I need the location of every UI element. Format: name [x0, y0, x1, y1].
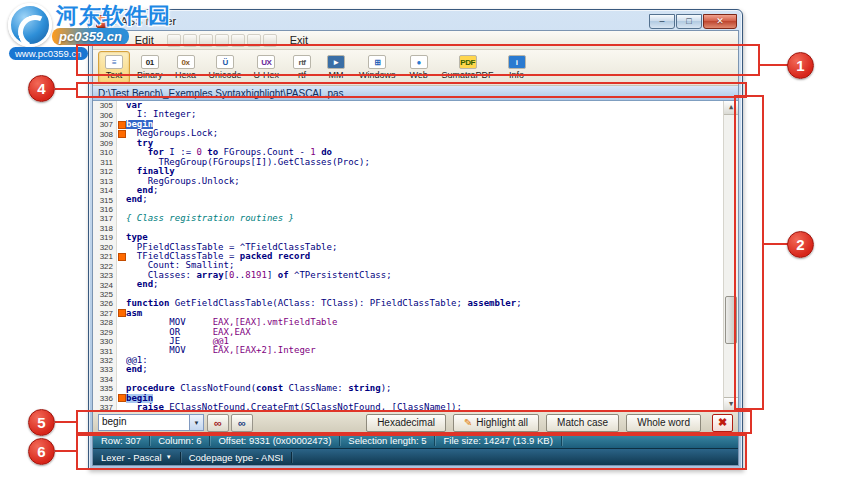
- line-marker-slot: [117, 365, 126, 374]
- line-number: 310: [93, 148, 117, 157]
- line-number: 320: [93, 243, 117, 252]
- code-text: MOV EAX,[EAX].vmtFieldTable: [126, 318, 723, 327]
- line-number: 311: [93, 158, 117, 167]
- annotation-circle-4: 4: [28, 75, 55, 102]
- code-line: 335procedure ClassNotFound(const ClassNa…: [93, 384, 723, 393]
- code-line: 323 Classes: array[0..8191] of ^TPersist…: [93, 271, 723, 280]
- line-number: 332: [93, 356, 117, 365]
- code-line: 326function GetFieldClassTable(AClass: T…: [93, 299, 723, 308]
- line-marker-slot: [117, 101, 126, 110]
- annotation-rect-pathbar: [76, 82, 747, 98]
- code-line: 318: [93, 224, 723, 233]
- code-text: procedure ClassNotFound(const ClassName:…: [126, 384, 723, 393]
- annotation-line-6: [55, 450, 76, 452]
- code-line: 310 for I := 0 to FGroups.Count - 1 do: [93, 148, 723, 157]
- line-number: 307: [93, 120, 117, 129]
- app-icon: [96, 15, 109, 28]
- code-line: 336begin: [93, 394, 723, 403]
- code-text: type: [126, 233, 723, 242]
- code-line: 317{ Class registration routines }: [93, 214, 723, 223]
- annotation-rect-statusbar: [76, 434, 747, 470]
- code-line: 309 try: [93, 139, 723, 148]
- line-number: 335: [93, 384, 117, 393]
- line-marker-slot: [117, 356, 126, 365]
- code-line: 321 TFieldClassTable = packed record: [93, 252, 723, 261]
- line-marker-slot: [117, 158, 126, 167]
- line-marker-slot: [117, 299, 126, 308]
- line-number: 316: [93, 205, 117, 214]
- line-number: 309: [93, 139, 117, 148]
- code-text: Classes: array[0..8191] of ^TPersistentC…: [126, 271, 723, 280]
- code-line: 328 MOV EAX,[EAX].vmtFieldTable: [93, 318, 723, 327]
- window-title: PASS Maker: [114, 15, 649, 27]
- code-text: { Class registration routines }: [126, 214, 723, 223]
- code-line: 325: [93, 290, 723, 299]
- code-line: 316: [93, 205, 723, 214]
- line-marker-slot: [117, 139, 126, 148]
- code-text: end;: [126, 186, 723, 195]
- code-text: begin: [126, 394, 723, 403]
- line-number: 330: [93, 337, 117, 346]
- code-line: 330 JE @@1: [93, 337, 723, 346]
- code-editor[interactable]: 305var306 I: Integer;307begin308 RegGrou…: [93, 101, 738, 411]
- line-marker-icon: [117, 394, 126, 403]
- code-text: end;: [126, 365, 723, 374]
- code-line: 327asm: [93, 309, 723, 318]
- code-text: Count: Smallint;: [126, 261, 723, 270]
- code-text: var: [126, 101, 723, 110]
- code-text: [126, 224, 723, 233]
- line-number: 324: [93, 280, 117, 289]
- code-area[interactable]: 305var306 I: Integer;307begin308 RegGrou…: [93, 101, 723, 411]
- line-marker-slot: [117, 110, 126, 119]
- line-marker-icon: [117, 129, 126, 138]
- line-marker-slot: [117, 148, 126, 157]
- line-marker-slot: [117, 243, 126, 252]
- annotation-line-4: [55, 88, 76, 90]
- code-text: TFieldClassTable = packed record: [126, 252, 723, 261]
- line-number: 314: [93, 186, 117, 195]
- line-marker-slot: [117, 318, 126, 327]
- code-text: asm: [126, 309, 723, 318]
- code-line: 320 PFieldClassTable = ^TFieldClassTable…: [93, 243, 723, 252]
- code-text: try: [126, 139, 723, 148]
- line-number: 323: [93, 271, 117, 280]
- code-line: 331 MOV EAX,[EAX+2].Integer: [93, 346, 723, 355]
- maximize-button[interactable]: □: [676, 14, 702, 29]
- minimize-button[interactable]: –: [649, 14, 675, 29]
- annotation-rect-searchbar: [76, 410, 752, 434]
- code-line: 324 end;: [93, 280, 723, 289]
- code-text: RegGroups.Lock;: [126, 129, 723, 138]
- line-marker-icon: [117, 252, 126, 261]
- line-number: 313: [93, 177, 117, 186]
- annotation-line-1: [760, 64, 788, 66]
- close-button[interactable]: ✕: [703, 14, 737, 29]
- app-window: PASS Maker – □ ✕ File Edit Exit ≡Text01B…: [88, 9, 743, 470]
- line-number: 321: [93, 252, 117, 261]
- line-marker-slot: [117, 233, 126, 242]
- code-text: begin: [126, 120, 723, 129]
- line-number: 327: [93, 309, 117, 318]
- line-number: 329: [93, 328, 117, 337]
- code-text: RegGroups.Unlock;: [126, 177, 723, 186]
- titlebar[interactable]: PASS Maker – □ ✕: [92, 10, 739, 30]
- code-text: [126, 375, 723, 384]
- line-marker-slot: [117, 375, 126, 384]
- line-number: 319: [93, 233, 117, 242]
- annotation-line-2: [764, 243, 788, 245]
- annotation-circle-1: 1: [787, 52, 814, 79]
- code-line: 333end;: [93, 365, 723, 374]
- code-text: for I := 0 to FGroups.Count - 1 do: [126, 148, 723, 157]
- code-text: [126, 290, 723, 299]
- line-marker-slot: [117, 214, 126, 223]
- line-marker-slot: [117, 224, 126, 233]
- line-number: 336: [93, 394, 117, 403]
- line-marker-slot: [117, 290, 126, 299]
- line-marker-slot: [117, 280, 126, 289]
- code-line: 315end;: [93, 195, 723, 204]
- site-logo-icon: [8, 3, 52, 47]
- code-text: JE @@1: [126, 337, 723, 346]
- line-number: 334: [93, 375, 117, 384]
- line-marker-slot: [117, 205, 126, 214]
- line-marker-slot: [117, 195, 126, 204]
- code-line: 334: [93, 375, 723, 384]
